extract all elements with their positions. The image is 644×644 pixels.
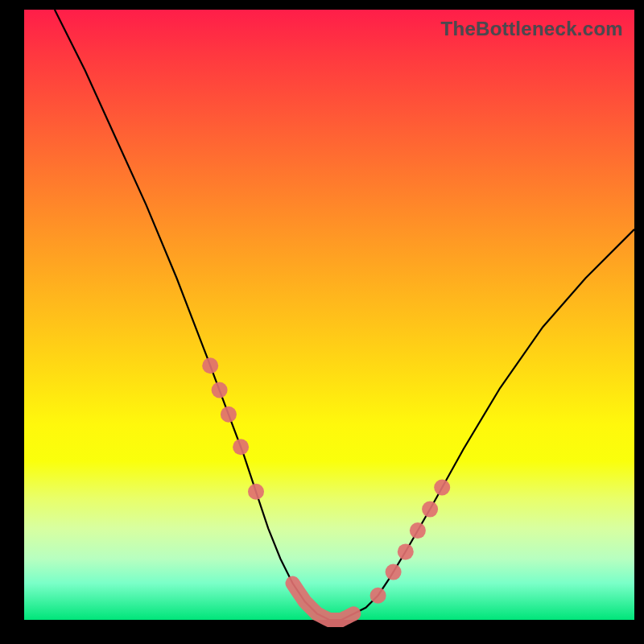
bottleneck-curve [55, 10, 634, 620]
bead-marker [370, 588, 386, 604]
bead-marker [221, 407, 237, 423]
bead-marker [386, 564, 402, 580]
bead-marker [410, 522, 426, 539]
chart-frame: TheBottleneck.com [0, 0, 644, 644]
bead-marker [233, 439, 249, 455]
bead-bottom-band [293, 584, 354, 621]
plot-area: TheBottleneck.com [24, 10, 634, 620]
bead-marker [398, 543, 414, 559]
bead-marker [202, 357, 218, 374]
bead-marker [422, 502, 438, 518]
bead-marker [212, 382, 228, 398]
bead-marker [248, 484, 264, 500]
bead-marker [434, 480, 450, 496]
bead-markers [202, 357, 450, 620]
curve-svg [24, 10, 634, 620]
